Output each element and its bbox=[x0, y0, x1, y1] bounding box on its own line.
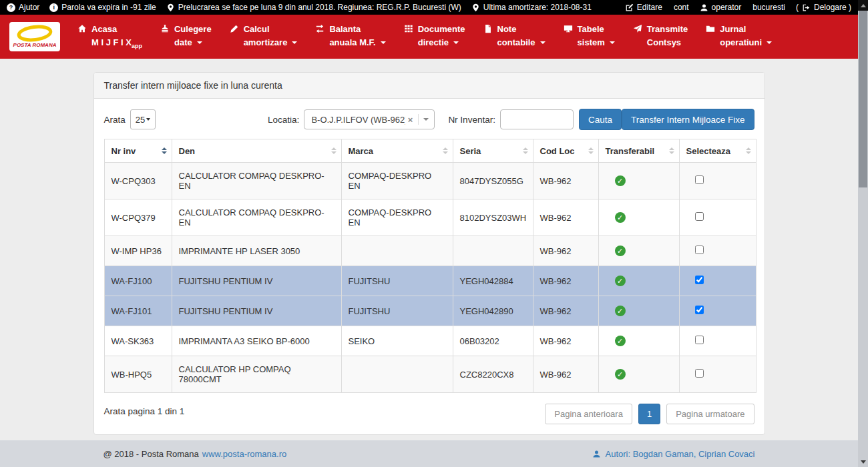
cell-marca bbox=[341, 236, 453, 266]
monitor-icon bbox=[564, 24, 573, 33]
nav-item-tabele-sistem[interactable]: Tabele sistem bbox=[564, 23, 615, 49]
scrollbar-thumb[interactable] bbox=[859, 11, 867, 187]
nav-sublabel: contabile bbox=[497, 37, 535, 47]
site-link[interactable]: www.posta-romana.ro bbox=[202, 449, 286, 459]
col-header-den[interactable]: Den bbox=[172, 139, 341, 163]
edit-label: Editare bbox=[637, 3, 662, 12]
stamp-icon bbox=[160, 24, 170, 33]
cell-cod: WB-962 bbox=[533, 236, 598, 266]
col-header-marca[interactable]: Marca bbox=[341, 139, 453, 163]
page-1-button[interactable]: 1 bbox=[638, 404, 660, 424]
nav-item-note-contabile[interactable]: Note contabile bbox=[483, 23, 546, 49]
row-checkbox[interactable] bbox=[695, 246, 704, 254]
cell-den: FUJITSHU PENTIUM IV bbox=[172, 296, 341, 326]
scroll-up-button[interactable] bbox=[858, 0, 868, 11]
nav-item-documente-directie[interactable]: Documente directie bbox=[404, 23, 465, 49]
cell-cod: WB-962 bbox=[533, 163, 598, 199]
edit-account-link[interactable]: Editare cont bbox=[625, 3, 689, 12]
user-menu[interactable]: operator bucuresti bbox=[700, 3, 785, 12]
cell-transferabil: ✓ bbox=[598, 199, 679, 236]
nav-item-balanta-anuala[interactable]: Balanta anuala M.F. bbox=[315, 23, 385, 49]
scrollbar[interactable] bbox=[858, 0, 868, 467]
cell-nr: W-CPQ379 bbox=[104, 199, 172, 236]
nav-items: Acasa M I J F I Xapp Culegere date Calcu… bbox=[77, 23, 772, 51]
col-header-nr-inv[interactable]: Nr inv bbox=[104, 139, 172, 163]
scroll-down-button[interactable] bbox=[858, 456, 868, 467]
next-page-button[interactable]: Pagina urmatoare bbox=[666, 404, 754, 424]
nr-inventar-input[interactable] bbox=[500, 109, 574, 129]
assets-table: Nr inv Den Marca Seria Cod Loc Transfera… bbox=[104, 139, 756, 393]
table-row[interactable]: WA-FJ101FUJITSHU PENTIUM IVFUJITSHUYEGH0… bbox=[104, 296, 756, 326]
nav-label: Balanta bbox=[329, 23, 385, 36]
nav-item-calcul-amortizare[interactable]: Calcul amortizare bbox=[230, 23, 298, 49]
cell-cod: WB-962 bbox=[533, 326, 598, 356]
locatia-select[interactable]: B-O.J.P.ILFOV (WB-962) × bbox=[304, 109, 435, 129]
clear-icon[interactable]: × bbox=[408, 115, 413, 125]
last-amortization-label: Ultima amortizare: 2018-08-31 bbox=[483, 3, 592, 12]
nav-item-jurnal-operatiuni[interactable]: Jurnal operatiuni bbox=[706, 23, 772, 49]
sort-icon bbox=[331, 147, 337, 154]
col-header-cod-loc[interactable]: Cod Loc bbox=[533, 139, 598, 163]
nav-item-culegere-date[interactable]: Culegere date bbox=[160, 23, 212, 49]
cell-transferabil: ✓ bbox=[598, 356, 679, 393]
help-link[interactable]: ? Ajutor bbox=[7, 3, 39, 12]
scrollbar-track[interactable] bbox=[858, 11, 868, 456]
pencil-icon bbox=[230, 24, 239, 33]
cauta-button[interactable]: Cauta bbox=[579, 109, 622, 130]
page-size-value: 25 bbox=[136, 115, 145, 125]
authors-link[interactable]: Autori: Bogdan Gaman, Ciprian Covaci bbox=[592, 449, 754, 459]
map-marker-icon bbox=[471, 3, 480, 12]
table-controls: Arata 25 Locatia: B-O.J.P.ILFOV (WB-962)… bbox=[104, 109, 754, 130]
table-row[interactable]: WB-HPQ5CALCULATOR HP COMPAQ 78000CMTCZC8… bbox=[104, 356, 756, 393]
row-checkbox[interactable] bbox=[695, 369, 704, 378]
nav-item-acasa[interactable]: Acasa M I J F I Xapp bbox=[77, 23, 142, 51]
cell-nr: WA-FJ100 bbox=[104, 266, 172, 296]
row-checkbox[interactable] bbox=[695, 276, 704, 284]
cell-seria: 8047DYSZ055G bbox=[453, 163, 533, 199]
nav-label: Calcul bbox=[244, 23, 298, 36]
locatia-label: Locatia: bbox=[268, 115, 299, 125]
topbar: ? Ajutor i Parola va expira in -91 zile … bbox=[0, 0, 858, 15]
table-row[interactable]: WA-FJ100FUJITSHU PENTIUM IVFUJITSHUYEGH0… bbox=[104, 266, 756, 296]
last-amortization-notice: Ultima amortizare: 2018-08-31 bbox=[471, 3, 592, 12]
info-circle-icon: i bbox=[49, 3, 58, 12]
password-expiry-label: Parola va expira in -91 zile bbox=[61, 3, 156, 12]
cell-selecteaza bbox=[679, 326, 756, 356]
page-footer: @ 2018 - Posta Romana www.posta-romana.r… bbox=[0, 440, 858, 467]
col-header-transferabil[interactable]: Transferabil bbox=[598, 139, 679, 163]
cell-seria: CZC8220CX8 bbox=[453, 356, 533, 393]
col-header-seria[interactable]: Seria bbox=[453, 139, 533, 163]
row-checkbox[interactable] bbox=[695, 306, 704, 314]
row-checkbox[interactable] bbox=[695, 175, 704, 184]
cell-den: CALCULATOR COMPAQ DESKPRO-EN bbox=[172, 199, 341, 236]
transfer-button[interactable]: Transfer Intern Mijloace Fixe bbox=[622, 109, 754, 130]
logout-paren: ( bbox=[796, 3, 799, 12]
cell-marca bbox=[341, 356, 453, 393]
table-row[interactable]: W-IMP HP36IMPRIMANTE HP LASER 3050WB-962… bbox=[104, 236, 756, 266]
logout-link[interactable]: ( Delogare ) bbox=[796, 3, 851, 12]
brand-logo[interactable]: POSTA ROMANA bbox=[9, 22, 60, 51]
question-circle-icon: ? bbox=[7, 3, 15, 12]
row-checkbox[interactable] bbox=[695, 212, 704, 221]
nav-sublabel: directie bbox=[418, 37, 449, 47]
row-checkbox[interactable] bbox=[695, 336, 704, 344]
map-marker-icon bbox=[166, 3, 175, 12]
nav-item-transmite-contsys[interactable]: Transmite Contsys bbox=[633, 23, 688, 49]
chevron-down-icon bbox=[453, 41, 459, 44]
chevron-down-icon bbox=[292, 41, 297, 44]
nav-label: Transmite bbox=[647, 23, 688, 36]
col-header-selecteaza[interactable]: Selecteaza bbox=[679, 139, 756, 163]
sort-icon bbox=[669, 147, 674, 154]
table-row[interactable]: WA-SK363IMPRIMANTA A3 SEIKO BP-6000SEIKO… bbox=[104, 326, 756, 356]
check-circle-icon: ✓ bbox=[615, 336, 626, 346]
copyright-label: @ 2018 - Posta Romana bbox=[103, 449, 199, 459]
table-row[interactable]: W-CPQ303CALCULATOR COMPAQ DESKPRO-ENCOMP… bbox=[104, 163, 756, 199]
table-header-row: Nr inv Den Marca Seria Cod Loc Transfera… bbox=[104, 139, 756, 163]
cell-nr: WA-FJ101 bbox=[104, 296, 172, 326]
page-size-select[interactable]: 25 bbox=[130, 109, 156, 129]
nav-sublabel: operatiuni bbox=[720, 37, 762, 47]
cell-transferabil: ✓ bbox=[598, 326, 679, 356]
table-row[interactable]: W-CPQ379CALCULATOR COMPAQ DESKPRO-ENCOMP… bbox=[104, 199, 756, 236]
prev-page-button[interactable]: Pagina anterioara bbox=[545, 404, 632, 424]
nav-sub-suffix: app bbox=[132, 42, 142, 49]
